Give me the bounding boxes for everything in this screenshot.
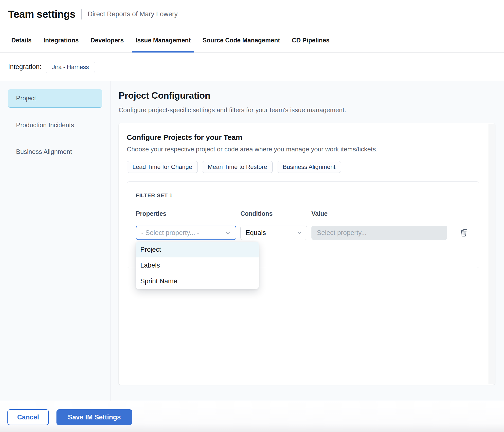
conditions-select-value: Equals bbox=[246, 229, 266, 237]
sidebar-item-project[interactable]: Project bbox=[8, 89, 102, 108]
chip-lead-time-for-change[interactable]: Lead Time for Change bbox=[127, 161, 198, 173]
value-input-cell bbox=[311, 226, 447, 240]
tab-issue-management[interactable]: Issue Management bbox=[132, 28, 194, 52]
tab-developers[interactable]: Developers bbox=[87, 28, 127, 52]
chip-mean-time-to-restore[interactable]: Mean Time to Restore bbox=[202, 161, 273, 173]
chevron-down-icon bbox=[296, 230, 303, 236]
card-subtitle: Choose your respective project or code a… bbox=[127, 145, 495, 153]
filter-row-actions bbox=[451, 227, 470, 238]
content-area: Project Production Incidents Business Al… bbox=[0, 81, 504, 401]
dropdown-option-sprint-name[interactable]: Sprint Name bbox=[136, 273, 259, 289]
chip-business-alignment[interactable]: Business Alignment bbox=[277, 161, 341, 173]
configure-projects-card: Configure Projects for your Team Choose … bbox=[119, 123, 495, 385]
integration-badge[interactable]: Jira - Harness bbox=[46, 61, 95, 73]
main-panel: Project Configuration Configure project-… bbox=[110, 81, 504, 401]
card-title: Configure Projects for your Team bbox=[127, 133, 495, 142]
tab-details[interactable]: Details bbox=[8, 28, 35, 52]
properties-select-placeholder: - Select property... - bbox=[141, 229, 199, 237]
tab-bar: Details Integrations Developers Issue Ma… bbox=[0, 28, 504, 53]
tab-cd-pipelines[interactable]: CD Pipelines bbox=[288, 28, 333, 52]
filter-grid: Properties Conditions Value - Select pro… bbox=[136, 210, 470, 240]
conditions-select[interactable]: Equals bbox=[240, 226, 307, 240]
chevron-down-icon bbox=[225, 230, 231, 236]
dropdown-option-project[interactable]: Project bbox=[136, 242, 259, 257]
footer-action-bar: Cancel Save IM Settings bbox=[0, 401, 504, 432]
page-header: Team settings Direct Reports of Mary Low… bbox=[0, 0, 504, 28]
tab-integrations[interactable]: Integrations bbox=[40, 28, 82, 52]
properties-select-wrapper: - Select property... - Project Labels Sp… bbox=[136, 226, 236, 240]
filter-set-1: FILTER SET 1 Properties Conditions Value… bbox=[127, 181, 479, 268]
page-subtitle: Direct Reports of Mary Lowery bbox=[88, 10, 178, 18]
section-description: Configure project-specific settings and … bbox=[119, 106, 504, 114]
dropdown-option-labels[interactable]: Labels bbox=[136, 257, 259, 273]
properties-dropdown: Project Labels Sprint Name bbox=[136, 242, 259, 289]
cancel-button[interactable]: Cancel bbox=[7, 409, 49, 425]
value-input[interactable] bbox=[311, 226, 447, 240]
value-column-label: Value bbox=[311, 210, 447, 217]
integration-divider bbox=[7, 81, 496, 81]
title-divider bbox=[81, 9, 82, 19]
save-im-settings-button[interactable]: Save IM Settings bbox=[56, 409, 132, 425]
sidebar-item-business-alignment[interactable]: Business Alignment bbox=[8, 143, 102, 161]
properties-column-label: Properties bbox=[136, 210, 236, 217]
card-scrollbar-track[interactable] bbox=[488, 124, 495, 384]
tab-source-code-management[interactable]: Source Code Management bbox=[199, 28, 284, 52]
properties-select[interactable]: - Select property... - bbox=[136, 226, 236, 240]
integration-label: Integration: bbox=[8, 63, 41, 71]
trash-icon bbox=[459, 227, 468, 237]
sidebar-item-production-incidents[interactable]: Production Incidents bbox=[8, 116, 102, 134]
delete-filter-button[interactable] bbox=[459, 227, 468, 237]
settings-sidebar: Project Production Incidents Business Al… bbox=[0, 81, 110, 401]
page-title: Team settings bbox=[8, 8, 75, 20]
section-title: Project Configuration bbox=[119, 90, 504, 101]
metric-chips-row: Lead Time for Change Mean Time to Restor… bbox=[127, 161, 495, 173]
filter-set-title: FILTER SET 1 bbox=[136, 192, 470, 199]
conditions-column-label: Conditions bbox=[240, 210, 307, 217]
integration-row: Integration: Jira - Harness bbox=[0, 53, 504, 81]
